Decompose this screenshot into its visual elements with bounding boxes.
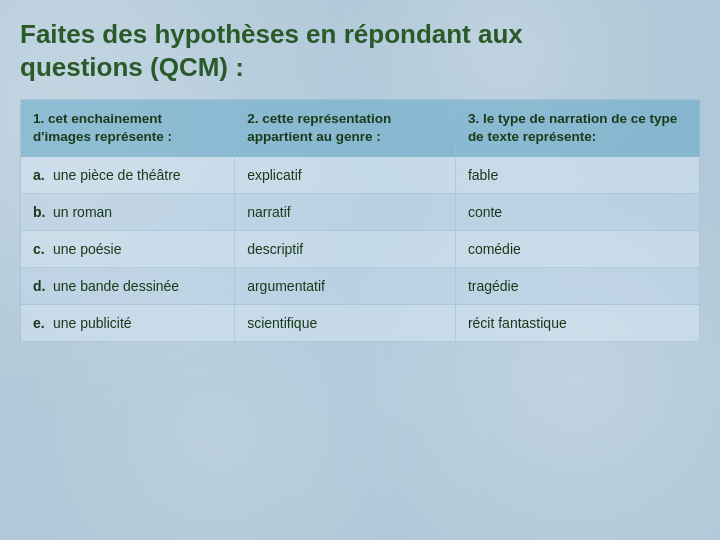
cell-col1: c.une poésie	[21, 231, 235, 268]
cell-col3: tragédie	[455, 268, 699, 305]
header-col1: 1. cet enchainement d'images représente …	[21, 100, 235, 157]
page-title: Faites des hypothèses en répondant aux q…	[20, 18, 700, 83]
cell-col3: récit fantastique	[455, 305, 699, 342]
header-col2: 2. cette représentation appartient au ge…	[235, 100, 456, 157]
table-row: b.un romannarratifconte	[21, 194, 700, 231]
cell-col1: b.un roman	[21, 194, 235, 231]
header-col3: 3. le type de narration de ce type de te…	[455, 100, 699, 157]
cell-col2: narratif	[235, 194, 456, 231]
cell-col2: descriptif	[235, 231, 456, 268]
table-row: d.une bande dessinéeargumentatiftragédie	[21, 268, 700, 305]
table-row: a.une pièce de théâtreexplicatiffable	[21, 157, 700, 194]
table-row: c.une poésiedescriptifcomédie	[21, 231, 700, 268]
qcm-table: 1. cet enchainement d'images représente …	[20, 99, 700, 342]
cell-col2: argumentatif	[235, 268, 456, 305]
cell-col1: d.une bande dessinée	[21, 268, 235, 305]
cell-col3: comédie	[455, 231, 699, 268]
cell-col3: conte	[455, 194, 699, 231]
table-row: e.une publicitéscientifiquerécit fantast…	[21, 305, 700, 342]
cell-col1: e.une publicité	[21, 305, 235, 342]
cell-col2: scientifique	[235, 305, 456, 342]
cell-col1: a.une pièce de théâtre	[21, 157, 235, 194]
cell-col2: explicatif	[235, 157, 456, 194]
cell-col3: fable	[455, 157, 699, 194]
table-header-row: 1. cet enchainement d'images représente …	[21, 100, 700, 157]
